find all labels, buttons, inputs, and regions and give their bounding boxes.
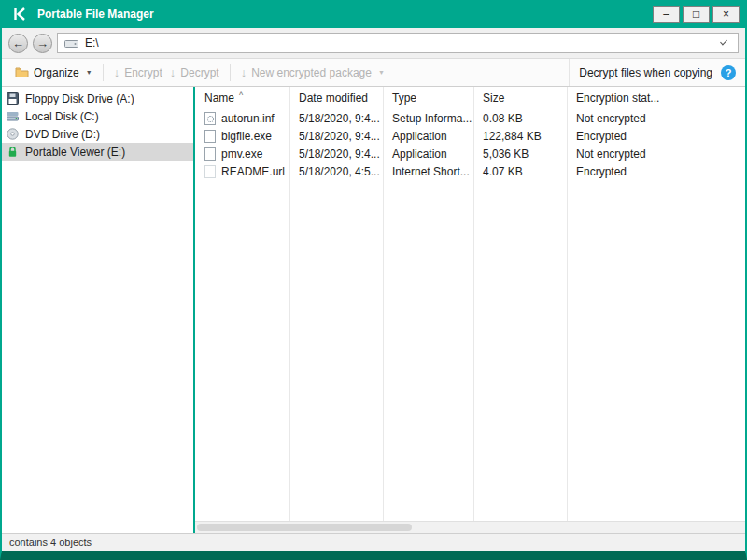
file-name: autorun.inf bbox=[221, 112, 275, 125]
file-list-header: Name ^ Date modified Type Size Encryptio… bbox=[195, 87, 745, 109]
horizontal-scrollbar[interactable] bbox=[195, 521, 745, 533]
forward-icon: → bbox=[36, 37, 49, 49]
column-separator bbox=[567, 87, 568, 521]
column-label: Encryption stat... bbox=[576, 91, 659, 105]
file-row[interactable]: pmv.exe5/18/2020, 9:4...Application5,036… bbox=[195, 145, 745, 162]
setup-file-icon bbox=[204, 112, 216, 125]
back-button[interactable]: ← bbox=[8, 34, 28, 53]
column-header-size[interactable]: Size bbox=[473, 87, 567, 109]
file-size: 5,036 KB bbox=[473, 145, 567, 162]
file-size: 4.07 KB bbox=[473, 162, 567, 180]
address-dropdown-button[interactable] bbox=[716, 35, 731, 51]
url-file-icon bbox=[204, 165, 216, 178]
maximize-icon: □ bbox=[693, 8, 699, 20]
column-label: Type bbox=[392, 91, 416, 105]
file-date: 5/18/2020, 9:4... bbox=[289, 145, 383, 162]
file-type: Internet Short... bbox=[383, 162, 473, 180]
close-button[interactable]: × bbox=[712, 6, 740, 23]
decrypt-button[interactable]: ↓ Decrypt bbox=[166, 66, 223, 79]
file-row[interactable]: autorun.inf5/18/2020, 9:4...Setup Inform… bbox=[195, 109, 745, 127]
drive-tree-sidebar: Floppy Disk Drive (A:) Local Disk (C:) bbox=[2, 87, 193, 533]
file-encryption-status: Encrypted bbox=[567, 127, 745, 145]
column-separator bbox=[289, 87, 290, 521]
file-type: Application bbox=[383, 127, 473, 145]
sidebar-item-dvd-drive[interactable]: DVD Drive (D:) bbox=[2, 125, 193, 143]
minimize-button[interactable]: – bbox=[653, 6, 680, 23]
file-encryption-status: Not encrypted bbox=[567, 109, 745, 127]
status-bar: contains 4 objects bbox=[2, 533, 745, 551]
organize-label: Organize bbox=[34, 66, 79, 79]
content-area: Floppy Disk Drive (A:) Local Disk (C:) bbox=[2, 87, 745, 533]
portable-file-manager-window: Portable File Manager – □ × ← → bbox=[0, 0, 747, 560]
encrypt-label: Encrypt bbox=[124, 66, 162, 79]
toolbar-separator bbox=[103, 64, 104, 81]
window-controls: – □ × bbox=[650, 6, 740, 23]
help-icon[interactable]: ? bbox=[721, 65, 736, 80]
column-label: Name bbox=[204, 91, 234, 105]
file-encryption-status: Encrypted bbox=[567, 162, 745, 180]
drive-icon bbox=[64, 37, 78, 49]
file-date: 5/18/2020, 9:4... bbox=[289, 127, 383, 145]
decrypt-label: Decrypt bbox=[180, 66, 218, 79]
file-list-rows: autorun.inf5/18/2020, 9:4...Setup Inform… bbox=[195, 109, 745, 180]
decrypt-when-copying-label: Decrypt files when copying bbox=[579, 66, 712, 79]
dvd-drive-icon bbox=[6, 127, 20, 141]
column-header-date-modified[interactable]: Date modified bbox=[289, 87, 383, 109]
decrypt-arrow-icon: ↓ bbox=[170, 66, 176, 78]
toolbar-separator bbox=[230, 64, 231, 81]
file-row[interactable]: bigfile.exe5/18/2020, 9:4...Application1… bbox=[195, 127, 745, 145]
sidebar-item-label: Portable Viewer (E:) bbox=[25, 146, 125, 159]
column-header-type[interactable]: Type bbox=[383, 87, 473, 109]
organize-dropdown-icon: ▼ bbox=[86, 69, 92, 76]
back-icon: ← bbox=[12, 37, 24, 49]
address-input[interactable] bbox=[85, 36, 710, 49]
organize-button[interactable]: Organize ▼ bbox=[11, 66, 96, 79]
maximize-button[interactable]: □ bbox=[683, 6, 710, 23]
new-package-arrow-icon: ↓ bbox=[241, 66, 247, 78]
file-name: bigfile.exe bbox=[221, 130, 272, 143]
file-name-cell: autorun.inf bbox=[195, 109, 289, 127]
navigation-bar: ← → bbox=[2, 28, 745, 59]
file-size: 122,884 KB bbox=[473, 127, 567, 145]
column-header-name[interactable]: Name ^ bbox=[195, 87, 289, 109]
address-bar[interactable] bbox=[57, 33, 739, 53]
file-date: 5/18/2020, 4:5... bbox=[289, 162, 383, 180]
kaspersky-logo-icon bbox=[11, 6, 28, 22]
sidebar-item-portable-viewer[interactable]: Portable Viewer (E:) bbox=[2, 143, 193, 161]
status-text: contains 4 objects bbox=[9, 537, 92, 548]
encrypt-button[interactable]: ↓ Encrypt bbox=[110, 66, 166, 79]
new-package-dropdown-icon: ▼ bbox=[378, 69, 385, 76]
column-separator bbox=[383, 87, 384, 521]
new-encrypted-package-button[interactable]: ↓ New encrypted package ▼ bbox=[237, 66, 388, 79]
column-separator bbox=[473, 87, 474, 521]
forward-button[interactable]: → bbox=[33, 34, 52, 53]
horizontal-scrollbar-thumb[interactable] bbox=[197, 524, 412, 531]
folder-icon bbox=[15, 66, 29, 78]
toolbar-right-group: Decrypt files when copying ? bbox=[569, 59, 736, 86]
minimize-icon: – bbox=[663, 8, 669, 20]
close-icon: × bbox=[723, 8, 729, 20]
toolbar: Organize ▼ ↓ Encrypt ↓ Decrypt ↓ New enc… bbox=[2, 59, 745, 87]
file-row[interactable]: README.url5/18/2020, 4:5...Internet Shor… bbox=[195, 162, 745, 180]
column-label: Date modified bbox=[299, 91, 368, 105]
help-glyph: ? bbox=[726, 67, 732, 78]
local-disk-icon bbox=[6, 109, 20, 123]
column-label: Size bbox=[483, 91, 504, 105]
file-name-cell: README.url bbox=[195, 162, 289, 180]
file-file-icon bbox=[204, 147, 216, 161]
floppy-drive-icon bbox=[6, 91, 20, 105]
chevron-down-icon bbox=[720, 37, 727, 45]
file-list-pane: Name ^ Date modified Type Size Encryptio… bbox=[195, 87, 745, 533]
file-size: 0.08 KB bbox=[473, 109, 567, 127]
sidebar-item-label: Floppy Disk Drive (A:) bbox=[25, 92, 134, 105]
titlebar: Portable File Manager – □ × bbox=[2, 0, 745, 28]
sidebar-item-local-disk[interactable]: Local Disk (C:) bbox=[2, 107, 193, 125]
encrypt-arrow-icon: ↓ bbox=[114, 66, 120, 78]
column-header-encryption-status[interactable]: Encryption stat... bbox=[567, 87, 745, 109]
file-date: 5/18/2020, 9:4... bbox=[289, 109, 383, 127]
file-type: Setup Informa... bbox=[383, 109, 473, 127]
file-name-cell: pmv.exe bbox=[195, 145, 289, 162]
sidebar-item-label: DVD Drive (D:) bbox=[25, 128, 100, 141]
file-name: README.url bbox=[221, 165, 285, 178]
sidebar-item-floppy-drive[interactable]: Floppy Disk Drive (A:) bbox=[2, 90, 193, 107]
